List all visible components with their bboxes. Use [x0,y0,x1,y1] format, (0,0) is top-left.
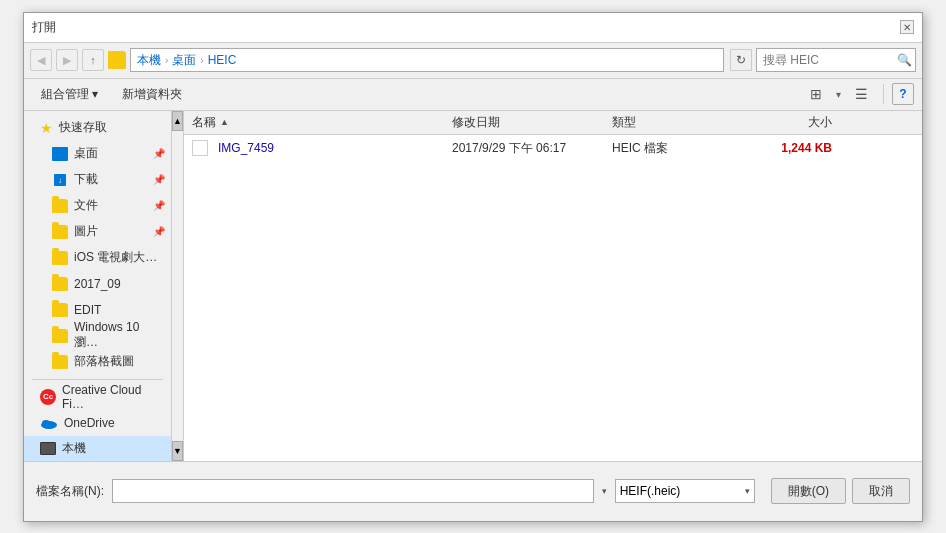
close-button[interactable]: ✕ [900,20,914,34]
folder-icon-ios [52,251,68,265]
sidebar-download-label: 下載 [74,171,98,188]
sidebar-desktop-label: 桌面 [74,145,98,162]
filetype-dropdown-arrow: ▾ [745,486,750,496]
file-size: 1,244 KB [781,141,832,155]
sidebar-item-onedrive[interactable]: OneDrive [24,410,171,436]
filetype-dropdown[interactable]: HEIF(.heic) ▾ [615,479,755,503]
scroll-up-button[interactable]: ▲ [172,111,183,131]
back-button[interactable]: ◀ [30,49,52,71]
sidebar-scrollbar[interactable]: ▲ ▼ [172,111,184,461]
new-folder-label: 新增資料夾 [122,86,182,103]
sidebar-blog-label: 部落格截圖 [74,353,134,370]
sidebar-item-pictures[interactable]: 圖片 📌 [24,219,171,245]
grid-view-icon: ⊞ [810,86,822,102]
file-size-col: 1,244 KB [732,141,832,155]
pin-icon-2: 📌 [153,174,165,185]
cancel-button[interactable]: 取消 [852,478,910,504]
sidebar-item-documents[interactable]: 文件 📌 [24,193,171,219]
close-icon: ✕ [903,22,911,33]
svg-point-3 [42,420,50,426]
sidebar-windows10-label: Windows 10 瀏… [74,320,163,351]
action-toolbar: 組合管理 ▾ 新增資料夾 ⊞ ▾ ☰ ? [24,79,922,111]
view-button-grid[interactable]: ⊞ [802,82,830,106]
file-type-col: HEIC 檔案 [612,140,732,157]
filetype-value: HEIF(.heic) [620,484,681,498]
sidebar-item-ios[interactable]: iOS 電視劇大… [24,245,171,271]
sidebar-item-blog[interactable]: 部落格截圖 [24,349,171,375]
sidebar-divider [32,379,163,380]
title-bar: 打開 ✕ [24,13,922,43]
header-size[interactable]: 大小 [732,114,832,131]
scroll-track [172,131,183,441]
search-box[interactable]: 🔍 [756,48,916,72]
pin-icon-3: 📌 [153,200,165,211]
scroll-down-button[interactable]: ▼ [172,441,183,461]
up-button[interactable]: ↑ [82,49,104,71]
breadcrumb-home[interactable]: 本機 [137,52,161,69]
view-dropdown-arrow: ▾ [836,89,841,100]
file-date-col: 2017/9/29 下午 06:17 [452,140,612,157]
up-icon: ↑ [90,54,96,66]
sidebar-section-quick-access: ★ 快速存取 [24,115,171,141]
sort-icon: ▲ [220,117,229,127]
sidebar-pictures-label: 圖片 [74,223,98,240]
file-date: 2017/9/29 下午 06:17 [452,141,566,155]
new-folder-button[interactable]: 新增資料夾 [113,82,191,106]
header-date[interactable]: 修改日期 [452,114,612,131]
pin-icon-4: 📌 [153,226,165,237]
search-icon: 🔍 [897,53,912,67]
organize-dropdown-icon: ▾ [92,87,98,101]
address-bar[interactable]: 本機 › 桌面 › HEIC [130,48,724,72]
navigation-toolbar: ◀ ▶ ↑ 本機 › 桌面 › HEIC ↻ 🔍 [24,43,922,79]
dialog-window: 打開 ✕ ◀ ▶ ↑ 本機 › 桌面 › HEIC ↻ 🔍 [23,12,923,522]
breadcrumb-sep1: › [165,55,168,66]
quick-access-label: 快速存取 [59,119,107,136]
file-list[interactable]: 名稱 ▲ 修改日期 類型 大小 IMG_7459 [184,111,922,461]
filename-label: 檔案名稱(N): [36,483,104,500]
filename-dropdown-icon: ▾ [602,486,607,496]
open-button[interactable]: 開數(O) [771,478,846,504]
view-button-list[interactable]: ☰ [847,82,875,106]
search-input[interactable] [763,53,893,67]
organize-button[interactable]: 組合管理 ▾ [32,82,107,106]
folder-breadcrumb-icon [108,51,126,69]
filename-input[interactable] [112,479,594,503]
file-row-0[interactable]: IMG_7459 2017/9/29 下午 06:17 HEIC 檔案 1,24… [184,135,922,163]
sidebar: ★ 快速存取 桌面 📌 ↓ 下載 📌 文件 📌 [24,111,172,461]
sidebar-item-download[interactable]: ↓ 下載 📌 [24,167,171,193]
help-icon: ? [899,87,906,101]
sidebar-item-desktop[interactable]: 桌面 📌 [24,141,171,167]
sidebar-item-this-pc[interactable]: 本機 [24,436,171,461]
folder-icon-windows10 [52,329,68,343]
header-type[interactable]: 類型 [612,114,732,131]
sidebar-pc-label: 本機 [62,440,86,457]
desktop-icon [52,147,68,161]
breadcrumb-desktop[interactable]: 桌面 [172,52,196,69]
file-type-icon [192,140,208,156]
forward-icon: ▶ [63,54,71,67]
file-name-col: IMG_7459 [192,140,452,156]
forward-button[interactable]: ▶ [56,49,78,71]
list-view-icon: ☰ [855,86,868,102]
title-bar-left: 打開 [32,19,56,36]
help-button[interactable]: ? [892,83,914,105]
folder-icon-edit [52,303,68,317]
sidebar-item-2017[interactable]: 2017_09 [24,271,171,297]
refresh-icon: ↻ [736,53,746,67]
sidebar-item-creative-cloud[interactable]: Cc Creative Cloud Fi… [24,384,171,410]
sidebar-2017-label: 2017_09 [74,277,121,291]
svg-text:↓: ↓ [58,176,62,185]
sidebar-onedrive-label: OneDrive [64,416,115,430]
sidebar-item-windows10[interactable]: Windows 10 瀏… [24,323,171,349]
sidebar-item-edit[interactable]: EDIT [24,297,171,323]
refresh-button[interactable]: ↻ [730,49,752,71]
folder-icon-blog [52,355,68,369]
folder-icon-documents [52,199,68,213]
header-name[interactable]: 名稱 ▲ [192,114,452,131]
bottom-bar: 檔案名稱(N): ▾ HEIF(.heic) ▾ 開數(O) 取消 [24,461,922,521]
breadcrumb-heic[interactable]: HEIC [208,53,237,67]
sidebar-cc-label: Creative Cloud Fi… [62,383,163,411]
file-type: HEIC 檔案 [612,141,668,155]
folder-icon-2017 [52,277,68,291]
pc-icon [40,442,56,455]
